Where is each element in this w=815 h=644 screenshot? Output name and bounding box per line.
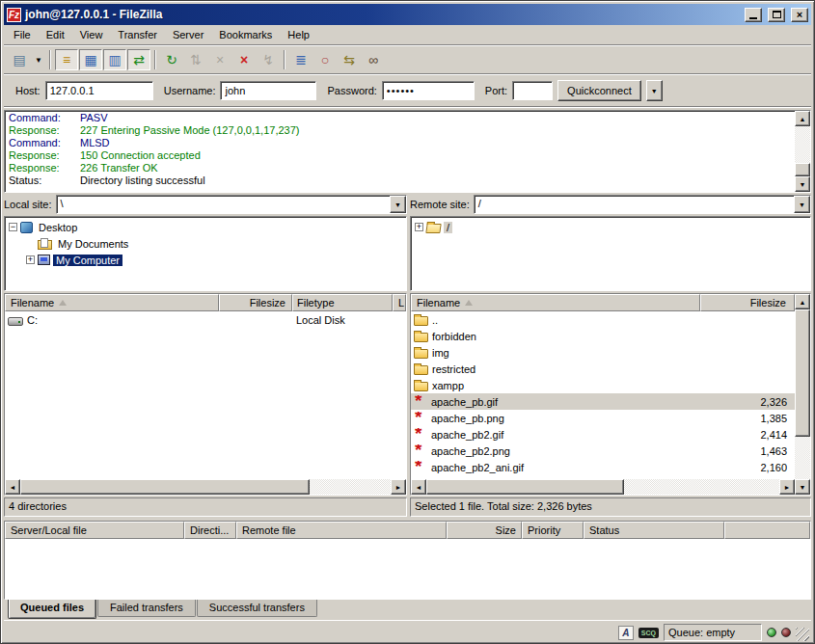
quickconnect-dropdown-icon[interactable]: ▼ (646, 80, 663, 101)
tree-item-label[interactable]: My Computer (53, 255, 122, 266)
scroll-left-icon[interactable]: ◄ (411, 479, 426, 495)
file-row[interactable]: apache_pb2_ani.gif 2,160 (411, 459, 795, 475)
username-input[interactable] (220, 81, 316, 100)
local-horizontal-scrollbar[interactable]: ◄ ► (5, 479, 406, 495)
tree-item-label[interactable]: My Documents (55, 238, 131, 250)
tab-queued-files[interactable]: Queued files (8, 600, 96, 619)
file-row[interactable]: forbidden (411, 328, 795, 344)
tree-item[interactable]: − Desktop (5, 219, 406, 235)
host-input[interactable] (45, 81, 153, 100)
scrollbar-thumb[interactable] (795, 309, 810, 437)
tab-failed-transfers[interactable]: Failed transfers (97, 600, 196, 617)
file-row[interactable]: apache_pb2.gif 2,414 (411, 426, 795, 443)
tree-item[interactable]: My Documents (5, 235, 406, 252)
menu-item[interactable]: View (72, 27, 111, 42)
close-button[interactable]: × (791, 8, 808, 22)
remote-site-combo[interactable]: / ▼ (474, 195, 811, 214)
column-header-remote-file[interactable]: Remote file (236, 522, 447, 539)
window-title: john@127.0.0.1 - FileZilla (25, 8, 739, 21)
port-input[interactable] (512, 81, 553, 100)
cancel-operation-button[interactable]: × (208, 49, 231, 70)
tree-item-label[interactable]: / (444, 222, 452, 233)
file-row[interactable]: img (411, 344, 795, 361)
resize-grip[interactable] (796, 628, 809, 641)
scroll-down-icon[interactable]: ▼ (795, 176, 810, 192)
scrollbar-track[interactable] (310, 479, 391, 495)
remote-site-value[interactable]: / (475, 196, 794, 213)
password-input[interactable] (382, 81, 475, 100)
column-header-filetype[interactable]: Filetype (292, 294, 393, 311)
toggle-local-tree-button[interactable]: ▦ (79, 49, 102, 70)
file-row[interactable]: apache_pb2.png 1,463 (411, 443, 795, 459)
scrollbar-track[interactable] (795, 437, 810, 479)
tree-expander-icon[interactable]: + (26, 255, 35, 264)
column-header-filename[interactable]: Filename (5, 294, 219, 311)
file-row[interactable]: apache_pb.gif 2,326 (411, 393, 795, 410)
menu-item[interactable]: File (6, 27, 39, 42)
scrollbar-thumb[interactable] (20, 479, 310, 495)
tree-item[interactable]: + / (411, 219, 810, 235)
column-header-size[interactable]: Size (447, 522, 522, 539)
tree-item[interactable]: + My Computer (5, 252, 406, 268)
scroll-down-icon[interactable]: ▼ (795, 479, 810, 495)
process-queue-button[interactable]: ⇅ (184, 49, 207, 70)
local-site-combo[interactable]: \ ▼ (56, 195, 407, 214)
column-header-priority[interactable]: Priority (522, 522, 584, 539)
file-row[interactable]: xampp (411, 377, 795, 393)
column-header-filesize[interactable]: Filesize (219, 294, 292, 311)
file-row[interactable]: C: Local Disk (5, 311, 406, 328)
quickconnect-button[interactable]: Quickconnect (557, 80, 641, 101)
scroll-right-icon[interactable]: ► (391, 479, 406, 495)
toggle-message-log-button[interactable]: ≡ (55, 49, 78, 70)
scroll-up-icon[interactable]: ▲ (795, 111, 810, 126)
scrollbar-track[interactable] (624, 479, 779, 495)
tree-expander-icon[interactable]: + (415, 223, 423, 231)
column-header-filesize[interactable]: Filesize (700, 294, 795, 311)
menu-item[interactable]: Edit (39, 27, 72, 42)
directory-comparison-button[interactable]: ≣ (289, 49, 312, 70)
scroll-right-icon[interactable]: ► (779, 479, 795, 495)
column-header-status[interactable]: Status (584, 522, 724, 539)
remote-vertical-scrollbar[interactable]: ▲ ▼ (795, 294, 810, 495)
column-header-filename[interactable]: Filename (411, 294, 700, 311)
menu-item[interactable]: Help (280, 27, 317, 42)
refresh-button[interactable]: ↻ (160, 49, 183, 70)
file-row[interactable]: .. (411, 311, 795, 328)
scrollbar-thumb[interactable] (426, 479, 624, 495)
data-type-indicator-icon[interactable]: A (618, 626, 634, 640)
column-header-last-modified[interactable]: L (393, 294, 406, 311)
local-site-value[interactable]: \ (57, 196, 390, 213)
column-header-direction[interactable]: Directi... (184, 522, 236, 539)
reconnect-button[interactable]: ↯ (257, 49, 280, 70)
column-header-server-local-file[interactable]: Server/Local file (5, 522, 184, 539)
synchronized-browsing-button[interactable]: ⇆ (338, 49, 361, 70)
scrollbar-thumb[interactable] (795, 163, 810, 176)
scroll-up-icon[interactable]: ▲ (795, 294, 810, 309)
menu-item[interactable]: Bookmarks (211, 27, 280, 42)
menu-item[interactable]: Server (165, 27, 211, 42)
scrollbar-track[interactable] (795, 126, 810, 163)
file-row[interactable]: apache_pb.png 1,385 (411, 410, 795, 426)
title-bar[interactable]: Fz john@127.0.0.1 - FileZilla × (4, 4, 811, 25)
local-site-dropdown-icon[interactable]: ▼ (390, 196, 406, 213)
minimize-button[interactable] (745, 8, 762, 22)
filename-filters-button[interactable]: ○ (313, 49, 337, 70)
toggle-queue-button[interactable]: ⇄ (127, 49, 150, 70)
tree-item-label[interactable]: Desktop (36, 222, 80, 233)
file-row[interactable]: restricted (411, 361, 795, 377)
maximize-button[interactable] (768, 8, 785, 22)
file-icon (414, 444, 427, 457)
scroll-left-icon[interactable]: ◄ (5, 479, 20, 495)
tab-successful-transfers[interactable]: Successful transfers (197, 600, 317, 617)
remote-site-dropdown-icon[interactable]: ▼ (794, 196, 810, 213)
remote-horizontal-scrollbar[interactable]: ◄ ► (411, 479, 795, 495)
site-manager-button[interactable]: ▤ (8, 49, 31, 70)
file-search-button[interactable]: ∞ (362, 49, 385, 70)
log-scrollbar[interactable]: ▲ ▼ (795, 111, 810, 192)
toggle-remote-tree-button[interactable]: ▥ (103, 49, 126, 70)
disconnect-button[interactable]: × (232, 49, 256, 70)
tree-expander-icon[interactable]: − (9, 223, 17, 231)
menu-item[interactable]: Transfer (110, 27, 165, 42)
connection-indicator-icon[interactable]: SCQ (638, 628, 659, 638)
site-manager-dropdown-icon[interactable]: ▼ (32, 49, 45, 70)
